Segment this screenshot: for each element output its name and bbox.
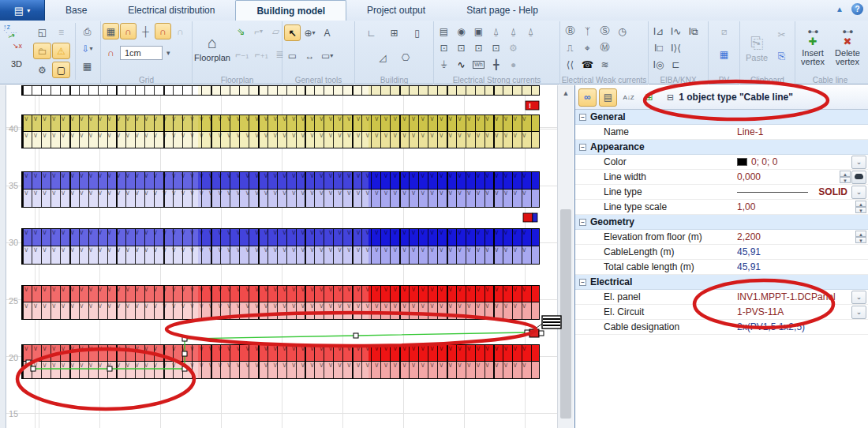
appliance4-button[interactable]: ⊡ [488, 39, 504, 56]
property-row[interactable]: Total cable length (m)45,91 [575, 260, 868, 275]
socket-round-button[interactable]: ◉ [453, 23, 470, 39]
property-row[interactable]: El. panelINV1.MPPT-1.DCPanel⌄ [575, 290, 868, 305]
spinner-up-icon[interactable]: ▲ [840, 171, 851, 177]
outline-button[interactable]: ≡ [52, 24, 70, 40]
motor-m-button[interactable]: Ⓜ [597, 39, 613, 56]
spinner[interactable]: ▲▼ [855, 201, 866, 213]
property-value[interactable]: 0,000▲▼ [737, 171, 868, 184]
property-value[interactable]: 1-PVS-11A⌄ [737, 306, 868, 319]
junction-button[interactable]: ● [505, 56, 522, 73]
grid-size-combobox[interactable]: 1cm [120, 46, 163, 60]
property-row[interactable]: Line typeSOLID⌄ [575, 185, 868, 200]
sort-az-button[interactable]: A↓Z [619, 88, 638, 107]
clock-button[interactable]: ◷ [614, 23, 630, 39]
motor-button[interactable]: ⚙ [505, 39, 522, 56]
knx2-button[interactable]: Ⅰ∿ [668, 23, 684, 39]
lamp2-button[interactable]: ⍙ [505, 23, 522, 39]
move-symbol-button[interactable]: ╋ [488, 56, 504, 73]
spinner-down-icon[interactable]: ▼ [855, 237, 866, 243]
socket-square-button[interactable]: ▣ [470, 23, 487, 39]
section-header-geometry[interactable]: −Geometry [575, 215, 868, 230]
appliance3-button[interactable]: ⊡ [470, 39, 487, 56]
spinner-down-icon[interactable]: ▼ [855, 207, 866, 213]
wall-button[interactable]: ∟ [363, 24, 380, 41]
tab-project-output[interactable]: Project output [346, 0, 446, 21]
tab-electrical-distribution[interactable]: Electrical distribution [107, 0, 235, 21]
detector-button[interactable]: ⌖ [579, 39, 596, 56]
dropdown-button[interactable]: ⌄ [851, 156, 866, 169]
copy-button[interactable]: ⎘ [773, 47, 790, 64]
property-value[interactable]: 1,00▲▼ [737, 201, 868, 213]
pv-area-button[interactable]: ⧄ [716, 23, 732, 39]
dropdown-button[interactable]: ⌄ [851, 306, 866, 319]
delete-vertex-button[interactable]: ●–● ✖ Delete vertex [832, 23, 863, 70]
property-value[interactable]: 2x(PV1,5 1x2,5) [737, 321, 868, 332]
show-grid-button[interactable]: ▦ [103, 23, 119, 39]
spinner-up-icon[interactable]: ▲ [855, 231, 866, 237]
cut-button[interactable]: ✂ [773, 26, 790, 43]
property-row[interactable]: NameLine-1 [575, 125, 868, 140]
cable-hook-button[interactable]: ∿ [453, 56, 470, 73]
browse-button[interactable] [851, 171, 866, 184]
scrollbar-thumb[interactable] [560, 209, 571, 419]
floor-down-button[interactable]: ⌐₋₁ [233, 46, 251, 62]
canvas-vertical-scrollbar[interactable]: ▲ [557, 85, 574, 428]
spinner-up-icon[interactable]: ▲ [855, 201, 866, 207]
floor-up-button[interactable]: ⌐₊₁ [252, 46, 270, 62]
panel-row-red-1[interactable]: ∨∨∨∨∨∨∨∨∨∨∨∨∨∨∨∨∨∨∨∨∨∨∨∨∨∨∨∨∨∨∨∨∨∨∨∨∨∨∨∨… [21, 285, 540, 320]
property-value[interactable]: 45,91 [737, 246, 868, 257]
appliance1-button[interactable]: ⊡ [436, 39, 452, 56]
property-row[interactable]: Elevation from floor (m)2,200▲▼ [575, 230, 868, 245]
warnings-button[interactable]: ⚠ [52, 43, 70, 59]
speaker-button[interactable]: ⟨⟨ [562, 56, 578, 73]
stairs-button[interactable]: ◿ [375, 49, 391, 66]
rectangle-tool-button[interactable]: ▭▾ [319, 47, 335, 64]
collapse-icon[interactable]: − [579, 114, 586, 121]
lamp3-button[interactable]: ⍙ [522, 23, 539, 39]
collapse-icon[interactable]: − [579, 219, 586, 226]
appliance2-button[interactable]: ⊡ [453, 39, 470, 56]
snap-grid-button[interactable]: ∩ [120, 23, 137, 39]
knx1-button[interactable]: Ⅰ⊿ [650, 23, 667, 39]
collapse-icon[interactable]: − [579, 279, 586, 286]
grid-size-caret-icon[interactable]: ▾ [163, 49, 174, 57]
sensor-button[interactable]: Ⓢ [597, 23, 613, 39]
door-button[interactable]: ▯ [409, 24, 425, 41]
paste-button[interactable]: ⎘ Paste [742, 23, 772, 73]
section-header-general[interactable]: −General [575, 110, 868, 125]
property-row[interactable]: Color0; 0; 0⌄ [575, 155, 868, 170]
knx3-button[interactable]: Ⅰ⧉ [685, 23, 702, 39]
dropdown-button[interactable]: ⌄ [851, 186, 866, 199]
knx5-button[interactable]: Ⅰ⟩⟨ [668, 39, 684, 56]
wifi-button[interactable]: ≋ [597, 56, 613, 73]
scrollbar-up-icon[interactable]: ▲ [559, 87, 572, 99]
axes-button[interactable]: ┼ [137, 23, 154, 39]
property-row[interactable]: CableLength (m)45,91 [575, 245, 868, 260]
print-button[interactable]: ⎙ [79, 23, 95, 39]
text-tool-button[interactable]: A [319, 24, 335, 41]
canvas[interactable]: 403530252015∨∨∨∨∨∨∨∨∨∨∨∨∨∨∨∨∨∨∨∨∨∨∨∨∨∨∨∨… [6, 85, 557, 428]
property-row[interactable]: El. Circuit1-PVS-11A⌄ [575, 305, 868, 320]
property-value[interactable]: 45,91 [737, 261, 868, 272]
floorplan-button[interactable]: ⌂ Floorplan [194, 23, 230, 73]
section-header-appearance[interactable]: −Appearance [575, 140, 868, 155]
project-explorer-button[interactable]: 🗀 [33, 43, 51, 59]
application-menu-button[interactable]: ▤ ▾ [0, 0, 45, 21]
lamp1-button[interactable]: ⍙ [488, 23, 504, 39]
earth-button[interactable]: ⏚ [436, 56, 452, 73]
table-button[interactable]: ▦ [79, 58, 95, 74]
distribution-board-button[interactable]: ▤ [436, 23, 452, 39]
solid-button[interactable]: ⎔ [398, 49, 414, 66]
tab-building-model[interactable]: Building model [235, 0, 346, 21]
fullscreen-button[interactable]: ◱ [33, 24, 51, 40]
property-row[interactable]: Line width0,000▲▼ [575, 170, 868, 185]
dropdown-button[interactable]: ⌄ [851, 291, 866, 304]
tab-base[interactable]: Base [45, 0, 107, 21]
stamp-button[interactable]: ▱ [268, 23, 284, 39]
form-view-button[interactable]: ▤ [599, 88, 617, 107]
collapse-icon[interactable]: − [579, 144, 586, 151]
collapse-ribbon-icon[interactable]: ▲ [836, 5, 844, 13]
property-row[interactable]: Line type scale1,00▲▼ [575, 200, 868, 215]
meter-button[interactable]: Wh [470, 56, 487, 73]
export-button[interactable]: ⇩▾ [79, 40, 95, 57]
